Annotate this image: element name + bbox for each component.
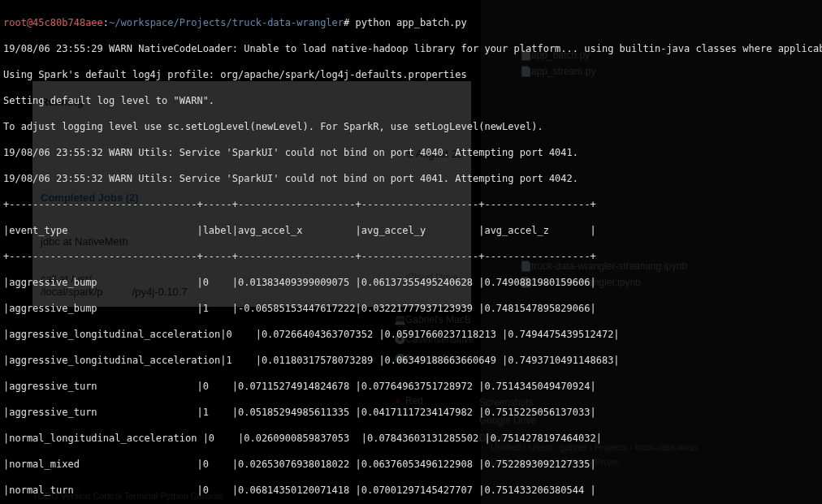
log-line-5: 19/08/06 23:55:32 WARN Utils: Service 'S… xyxy=(3,146,819,159)
table1-row-2: |aggressive_bump |1 |-0.0658515344761722… xyxy=(3,302,819,315)
prompt-user: root@45c80b748aee xyxy=(3,17,103,28)
log-line-4: To adjust logging level use sc.setLogLev… xyxy=(3,120,819,133)
prompt-sep: : xyxy=(103,17,109,28)
prompt-path: ~/workspace/Projects/truck-data-wrangler xyxy=(109,17,344,28)
log-line-1: 19/08/06 23:55:29 WARN NativeCodeLoader:… xyxy=(3,42,819,55)
log-line-6: 19/08/06 23:55:32 WARN Utils: Service 'S… xyxy=(3,172,819,185)
command-text: python app_batch.py xyxy=(356,17,467,28)
table1-row-9: |normal_turn |0 |0.06814350120071418 |0.… xyxy=(3,484,819,497)
table1-header: |event_type |label|avg_accel_x |avg_acce… xyxy=(3,224,819,237)
table1-row-1: |aggressive_bump |0 |0.01383409399009075… xyxy=(3,276,819,289)
table1-row-5: |aggressive_turn |0 |0.07115274914824678… xyxy=(3,380,819,393)
table1-row-7: |normal_longitudinal_acceleration |0 |0.… xyxy=(3,432,819,445)
table1-row-6: |aggressive_turn |1 |0.05185294985611335… xyxy=(3,406,819,419)
table1-sep-mid: +--------------------------------+-----+… xyxy=(3,250,819,263)
table1-row-8: |normal_mixed |0 |0.02653076938018022 |0… xyxy=(3,458,819,471)
log-line-3: Setting default log level to "WARN". xyxy=(3,94,819,107)
prompt-line[interactable]: root@45c80b748aee:~/workspace/Projects/t… xyxy=(3,16,819,29)
table1-row-4: |aggressive_longitudinal_acceleration|1 … xyxy=(3,354,819,367)
table1-row-3: |aggressive_longitudinal_acceleration|0 … xyxy=(3,328,819,341)
terminal-output[interactable]: root@45c80b748aee:~/workspace/Projects/t… xyxy=(0,0,822,504)
log-line-2: Using Spark's default log4j profile: org… xyxy=(3,68,819,81)
prompt-hash: # xyxy=(344,17,349,28)
table1-sep-top: +--------------------------------+-----+… xyxy=(3,198,819,211)
